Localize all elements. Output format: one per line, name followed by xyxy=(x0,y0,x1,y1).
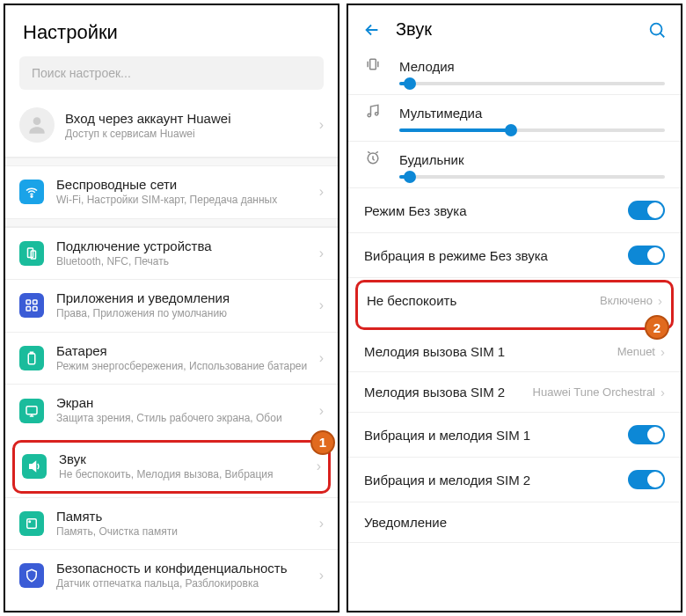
sound-icon xyxy=(22,454,47,479)
row-label: Мелодия вызова SIM 2 xyxy=(364,385,533,400)
slider-vibrate: Мелодия xyxy=(348,48,681,95)
search-input[interactable]: Поиск настроек... xyxy=(19,56,324,90)
wifi-icon xyxy=(19,180,44,204)
slider-track[interactable] xyxy=(399,82,665,85)
svg-point-0 xyxy=(33,117,41,125)
chevron-right-icon: › xyxy=(658,293,662,308)
toggle[interactable] xyxy=(628,470,665,489)
toggle[interactable] xyxy=(628,425,665,444)
search-icon[interactable] xyxy=(647,20,667,40)
svg-rect-4 xyxy=(26,300,31,304)
chevron-right-icon: › xyxy=(660,385,665,400)
chevron-right-icon: › xyxy=(319,246,324,261)
slider-track[interactable] xyxy=(399,128,665,132)
sound-row[interactable]: Уведомление xyxy=(348,502,681,543)
account-title: Вход через аккаунт Huawei xyxy=(65,111,230,126)
sound-row[interactable]: Не беспокоитьВключено›2 xyxy=(355,280,674,330)
svg-point-13 xyxy=(651,23,662,34)
row-sub: Датчик отпечатка пальца, Разблокировка xyxy=(56,577,319,591)
row-sub: Не беспокоить, Мелодия вызова, Вибрация xyxy=(59,468,317,482)
display-icon xyxy=(19,399,44,423)
row-title: Память xyxy=(56,509,319,524)
chevron-right-icon: › xyxy=(319,403,324,419)
row-title: Приложения и уведомления xyxy=(56,290,319,305)
row-sub: Защита зрения, Стиль рабочего экрана, Об… xyxy=(56,412,319,426)
chevron-right-icon: › xyxy=(319,184,324,200)
sound-row[interactable]: Режим Без звука xyxy=(348,188,681,233)
row-label: Режим Без звука xyxy=(364,203,628,218)
chevron-right-icon: › xyxy=(319,117,324,133)
svg-rect-8 xyxy=(28,354,35,364)
setting-row-display[interactable]: ЭкранЗащита зрения, Стиль рабочего экран… xyxy=(5,384,338,436)
row-sub: Права, Приложения по умолчанию xyxy=(56,307,319,321)
row-title: Подключение устройства xyxy=(56,238,319,253)
svg-point-1 xyxy=(31,196,33,198)
row-title: Звук xyxy=(59,451,317,466)
slider-thumb[interactable] xyxy=(404,77,416,90)
sound-row[interactable]: Вибрация в режиме Без звука xyxy=(348,233,681,278)
settings-title: Настройки xyxy=(23,21,320,44)
setting-row-storage[interactable]: ПамятьПамять, Очистка памяти› xyxy=(5,497,338,550)
row-title: Батарея xyxy=(56,343,319,358)
avatar-icon xyxy=(19,107,55,143)
row-sub: Память, Очистка памяти xyxy=(56,525,319,539)
row-sub: Wi-Fi, Настройки SIM-карт, Передача данн… xyxy=(56,194,319,208)
svg-point-15 xyxy=(368,114,370,116)
battery-icon xyxy=(19,346,44,370)
setting-row-wifi[interactable]: Беспроводные сетиWi-Fi, Настройки SIM-ка… xyxy=(5,166,338,218)
row-title: Экран xyxy=(56,395,319,410)
toggle[interactable] xyxy=(628,201,665,220)
row-label: Вибрация в режиме Без звука xyxy=(364,248,628,263)
setting-row-security[interactable]: Безопасность и конфиденциальностьДатчик … xyxy=(5,549,338,602)
svg-rect-5 xyxy=(33,300,38,304)
row-value: Huawei Tune Orchestral xyxy=(533,385,655,399)
chevron-right-icon: › xyxy=(319,568,324,583)
chevron-right-icon: › xyxy=(319,297,324,313)
device-icon xyxy=(19,241,44,266)
chevron-right-icon: › xyxy=(317,458,321,474)
sound-row[interactable]: Мелодия вызова SIM 2Huawei Tune Orchestr… xyxy=(348,372,681,413)
row-sub: Режим энергосбережения, Использование ба… xyxy=(56,360,319,374)
music-icon xyxy=(364,102,385,123)
svg-point-16 xyxy=(376,113,378,115)
row-value: Включено xyxy=(600,294,653,307)
slider-music: Мультимедиа xyxy=(348,95,681,142)
security-icon xyxy=(19,563,44,588)
chevron-right-icon: › xyxy=(319,350,324,366)
account-sub: Доступ к сервисам Huawei xyxy=(65,128,230,140)
chevron-right-icon: › xyxy=(319,516,324,532)
sound-row[interactable]: Вибрация и мелодия SIM 2 xyxy=(348,458,681,502)
setting-row-apps[interactable]: Приложения и уведомленияПрава, Приложени… xyxy=(5,279,338,332)
toggle[interactable] xyxy=(628,246,665,265)
setting-row-sound[interactable]: ЗвукНе беспокоить, Мелодия вызова, Вибра… xyxy=(12,440,331,494)
svg-rect-6 xyxy=(26,307,31,312)
setting-row-battery[interactable]: БатареяРежим энергосбережения, Использов… xyxy=(5,332,338,385)
slider-thumb[interactable] xyxy=(505,124,517,136)
slider-track[interactable] xyxy=(399,175,665,179)
svg-rect-11 xyxy=(27,519,37,529)
vibrate-icon xyxy=(364,55,385,77)
account-row[interactable]: Вход через аккаунт Huawei Доступ к серви… xyxy=(5,99,338,158)
back-icon[interactable] xyxy=(362,20,382,40)
slider-label: Мультимедиа xyxy=(399,106,482,121)
svg-rect-9 xyxy=(31,352,33,354)
setting-row-device[interactable]: Подключение устройстваBluetooth, NFC, Пе… xyxy=(5,227,338,280)
row-label: Уведомление xyxy=(364,515,665,530)
row-label: Вибрация и мелодия SIM 2 xyxy=(364,473,628,488)
row-label: Мелодия вызова SIM 1 xyxy=(364,344,617,359)
sound-row[interactable]: Мелодия вызова SIM 1Menuet› xyxy=(348,332,681,372)
step-badge: 1 xyxy=(310,430,335,455)
sound-title: Звук xyxy=(396,19,647,40)
row-sub: Bluetooth, NFC, Печать xyxy=(56,255,319,269)
row-label: Не беспокоить xyxy=(367,293,600,308)
slider-thumb[interactable] xyxy=(404,171,416,183)
alarm-icon xyxy=(364,149,385,170)
svg-rect-10 xyxy=(26,406,37,414)
svg-rect-7 xyxy=(33,307,38,312)
apps-icon xyxy=(19,293,44,318)
svg-rect-14 xyxy=(370,59,376,70)
sound-row[interactable]: Вибрация и мелодия SIM 1 xyxy=(348,413,681,458)
row-title: Беспроводные сети xyxy=(56,177,319,192)
row-label: Вибрация и мелодия SIM 1 xyxy=(364,428,628,443)
row-title: Безопасность и конфиденциальность xyxy=(56,561,319,576)
